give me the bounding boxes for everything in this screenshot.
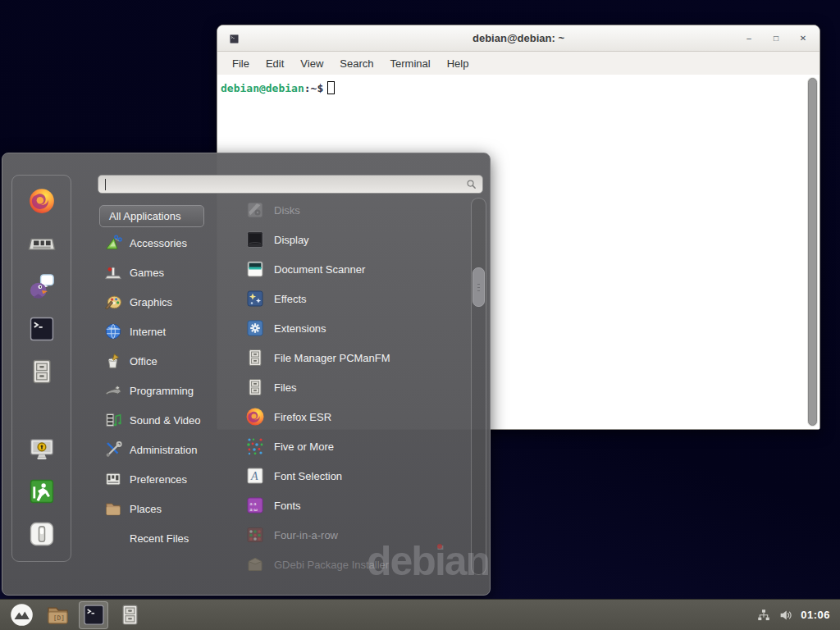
fonts-icon: a aa ω — [245, 495, 265, 515]
application-item[interactable]: Files — [239, 372, 472, 402]
terminal-cursor — [327, 81, 335, 94]
games-icon — [104, 263, 122, 281]
file-cabinet-icon — [245, 377, 265, 397]
maximize-button[interactable]: □ — [771, 34, 781, 43]
document-scanner-icon — [245, 259, 265, 279]
taskbar-launcher[interactable]: [D] — [43, 601, 72, 629]
favorites-column — [11, 175, 71, 562]
category-item[interactable]: Office — [99, 346, 239, 376]
taskbar-folder-icon: [D] — [46, 603, 70, 627]
control-panel-icon[interactable] — [28, 230, 56, 258]
menubar-item[interactable]: View — [292, 54, 331, 73]
extensions-icon — [245, 318, 265, 338]
sound-video-icon — [104, 411, 122, 429]
effects-icon — [245, 289, 265, 308]
disks-icon — [245, 200, 265, 220]
file-cabinet-icon[interactable] — [28, 358, 56, 386]
application-item[interactable]: Document Scanner — [239, 254, 472, 284]
close-button[interactable]: ✕ — [798, 34, 808, 43]
application-item[interactable]: Firefox ESR — [239, 402, 472, 431]
menubar-item[interactable]: Help — [439, 54, 477, 73]
four-in-a-row-icon — [245, 525, 265, 545]
menubar-item[interactable]: File — [224, 54, 258, 73]
application-item[interactable]: Disks — [239, 195, 472, 225]
gdebi-icon — [245, 555, 265, 574]
svg-text:[D]: [D] — [52, 614, 64, 622]
taskbar-launcher[interactable] — [115, 601, 144, 629]
session-buttons — [12, 435, 71, 548]
svg-text:a ω: a ω — [250, 506, 258, 513]
application-item[interactable]: Extensions — [239, 313, 472, 343]
all-applications-button[interactable]: All Applications — [99, 205, 204, 227]
category-item[interactable]: Recent Files — [99, 523, 239, 553]
application-item[interactable]: Four-in-a-row — [239, 520, 472, 550]
category-item[interactable]: Games — [99, 258, 239, 287]
accessories-icon — [104, 234, 122, 252]
all-applications-label: All Applications — [109, 210, 180, 222]
terminal-menubar: FileEditViewSearchTerminalHelp — [217, 52, 819, 75]
system-tray: 01:06 — [756, 608, 833, 623]
menubar-item[interactable]: Search — [331, 54, 381, 73]
display-icon — [245, 230, 265, 249]
search-input[interactable] — [98, 175, 483, 194]
prompt-suffix: :~$ — [304, 82, 323, 94]
category-item[interactable]: Preferences — [99, 464, 239, 494]
menu-scrollbar[interactable] — [471, 198, 486, 575]
application-item[interactable]: Display — [239, 225, 472, 254]
shutdown-icon[interactable] — [28, 520, 56, 548]
application-item[interactable]: Five or More — [239, 431, 472, 461]
taskbar-launcher[interactable] — [79, 601, 108, 629]
category-item[interactable]: Accessories — [99, 228, 239, 258]
terminal-titlebar[interactable]: debian@debian: ~ – □ ✕ — [217, 25, 819, 52]
network-icon[interactable] — [756, 608, 771, 623]
favorite-launchers — [12, 187, 71, 386]
terminal-scrollbar-thumb[interactable] — [808, 78, 817, 426]
taskbar-launcher[interactable] — [7, 601, 36, 629]
window-controls: – □ ✕ — [744, 25, 808, 51]
application-list: Disks Display Document Scanner Effects — [239, 195, 472, 579]
terminal-window-icon — [229, 33, 240, 43]
desktop: debian@debian: ~ – □ ✕ FileEditViewSearc… — [0, 0, 840, 630]
category-list: Accessories Games Graphics Internet — [99, 228, 239, 553]
terminal-prompt: debian@debian:~$ — [221, 81, 805, 94]
volume-icon[interactable] — [778, 608, 793, 623]
five-or-more-icon — [245, 436, 265, 456]
category-item[interactable]: Internet — [99, 317, 239, 346]
category-item[interactable]: Administration — [99, 435, 239, 464]
pidgin-icon[interactable] — [28, 272, 56, 300]
application-item[interactable]: a aa ω Fonts — [239, 491, 472, 520]
menubar-item[interactable]: Edit — [258, 54, 292, 73]
internet-icon — [104, 322, 122, 340]
application-item[interactable]: A Font Selection — [239, 461, 472, 491]
programming-icon — [104, 381, 122, 399]
menu-scrollbar-thumb[interactable] — [472, 267, 485, 307]
window-title: debian@debian: ~ — [472, 32, 564, 44]
lock-screen-icon[interactable] — [28, 435, 56, 463]
category-item[interactable]: Programming — [99, 376, 239, 405]
category-item[interactable]: Places — [99, 494, 239, 523]
terminal-scrollbar[interactable] — [807, 77, 818, 427]
logout-icon[interactable] — [28, 477, 56, 505]
minimize-button[interactable]: – — [744, 34, 754, 43]
taskbar: [D] 01:06 — [0, 599, 840, 630]
search-icon — [465, 178, 477, 190]
application-item[interactable]: File Manager PCManFM — [239, 343, 472, 372]
places-icon — [104, 500, 122, 518]
menu-button-icon — [10, 603, 34, 627]
category-item[interactable]: Sound & Video — [99, 405, 239, 435]
application-item[interactable]: GDebi Package Installer — [239, 550, 472, 579]
office-icon — [104, 352, 122, 370]
terminal-icon — [82, 603, 106, 627]
application-item[interactable]: Effects — [239, 284, 472, 313]
firefox-icon[interactable] — [28, 187, 56, 215]
category-item[interactable]: Graphics — [99, 287, 239, 317]
menubar-item[interactable]: Terminal — [382, 54, 439, 73]
preferences-icon — [104, 470, 122, 488]
taskbar-launchers: [D] — [7, 601, 144, 629]
prompt-user: debian@debian — [221, 82, 304, 94]
taskbar-clock[interactable]: 01:06 — [801, 609, 830, 621]
svg-text:A: A — [250, 470, 258, 482]
graphics-icon — [104, 293, 122, 311]
terminal-icon[interactable] — [28, 315, 56, 343]
font-selection-icon: A — [245, 466, 265, 486]
